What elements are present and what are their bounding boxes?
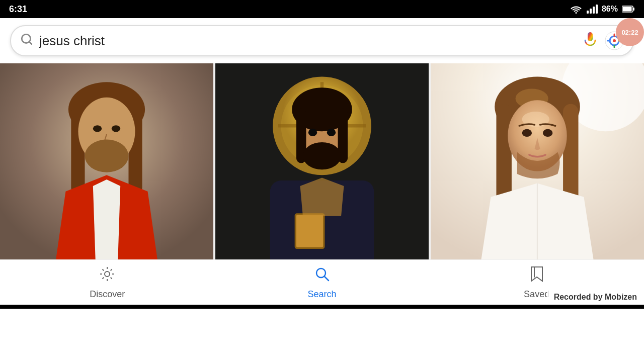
recording-watermark: Recorded by Mobizen bbox=[547, 290, 644, 305]
svg-line-58 bbox=[325, 277, 329, 281]
svg-line-53 bbox=[111, 277, 112, 279]
svg-rect-37 bbox=[296, 215, 323, 247]
wifi-icon bbox=[570, 4, 583, 14]
image-results-grid bbox=[0, 63, 644, 259]
jesus-realistic-portrait bbox=[431, 63, 644, 259]
svg-point-34 bbox=[327, 129, 336, 136]
svg-point-21 bbox=[112, 125, 120, 132]
discover-label: Discover bbox=[90, 289, 125, 300]
saved-icon bbox=[529, 265, 544, 286]
jesus-painting-1 bbox=[0, 63, 213, 259]
search-query-text: jesus christ bbox=[39, 33, 583, 49]
svg-line-54 bbox=[111, 269, 112, 270]
image-result-1[interactable] bbox=[0, 63, 213, 259]
recording-text: Recorded by Mobizen bbox=[554, 293, 637, 301]
microphone-icon[interactable] bbox=[583, 31, 598, 50]
svg-rect-1 bbox=[590, 9, 592, 14]
svg-rect-5 bbox=[633, 8, 634, 11]
svg-rect-6 bbox=[623, 7, 632, 12]
svg-rect-2 bbox=[593, 7, 595, 14]
discover-icon bbox=[99, 265, 116, 286]
svg-rect-9 bbox=[588, 32, 593, 41]
svg-point-33 bbox=[308, 129, 317, 136]
svg-line-52 bbox=[103, 269, 104, 270]
svg-rect-41 bbox=[496, 104, 511, 203]
svg-rect-3 bbox=[596, 5, 598, 14]
battery-icon bbox=[622, 5, 635, 14]
bottom-navigation: Discover Search Saved Recorded by Mobize… bbox=[0, 259, 644, 305]
svg-point-35 bbox=[303, 142, 341, 169]
jesus-byzantine-icon bbox=[215, 63, 429, 259]
signal-icon bbox=[587, 4, 598, 14]
svg-rect-42 bbox=[563, 104, 578, 203]
timer-display: 02:22 bbox=[621, 29, 638, 36]
image-result-2[interactable] bbox=[215, 63, 429, 259]
svg-rect-0 bbox=[587, 11, 589, 14]
bottom-system-bar bbox=[0, 305, 644, 309]
svg-point-56 bbox=[105, 272, 110, 277]
battery-display: 86% bbox=[602, 5, 618, 14]
svg-point-14 bbox=[613, 39, 616, 42]
timer-badge: 02:22 bbox=[616, 18, 644, 46]
svg-point-20 bbox=[93, 125, 102, 132]
time-display: 6:31 bbox=[9, 4, 27, 15]
image-result-3[interactable] bbox=[431, 63, 644, 259]
saved-label: Saved bbox=[524, 289, 549, 300]
search-bar[interactable]: jesus christ bbox=[10, 25, 634, 56]
search-bar-container: jesus christ bbox=[0, 18, 644, 63]
svg-point-46 bbox=[522, 129, 532, 137]
svg-point-22 bbox=[85, 140, 129, 172]
search-bar-icon bbox=[20, 33, 33, 49]
svg-line-8 bbox=[29, 42, 32, 44]
search-nav-label: Search bbox=[307, 289, 336, 300]
svg-line-55 bbox=[103, 277, 104, 279]
status-bar: 6:31 86% bbox=[0, 0, 644, 18]
nav-item-discover[interactable]: Discover bbox=[77, 265, 137, 300]
search-nav-icon bbox=[313, 265, 331, 286]
status-icons: 86% bbox=[570, 4, 635, 14]
nav-item-search[interactable]: Search bbox=[292, 265, 352, 300]
svg-point-47 bbox=[543, 129, 553, 137]
